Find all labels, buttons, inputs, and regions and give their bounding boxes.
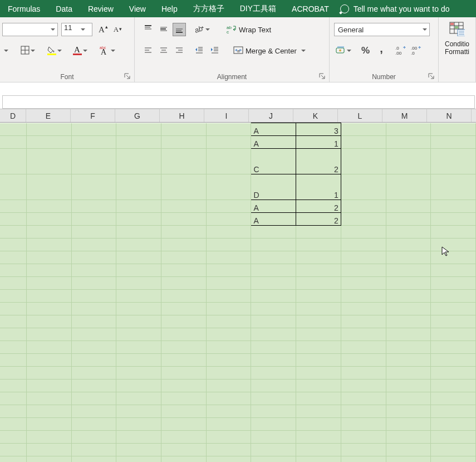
cell[interactable] [0, 444, 26, 456]
cell[interactable] [116, 226, 161, 239]
increase-indent-button[interactable] [208, 44, 222, 57]
cell[interactable] [206, 354, 251, 367]
col-header-e[interactable]: E [26, 109, 71, 122]
cell[interactable] [206, 264, 251, 277]
cell[interactable] [386, 264, 431, 277]
cell[interactable] [431, 456, 476, 463]
cell[interactable] [386, 277, 431, 290]
conditional-formatting-button[interactable]: Conditio Formatti [439, 17, 475, 56]
cell[interactable] [26, 456, 71, 463]
cell[interactable] [296, 226, 341, 239]
tab-review[interactable]: Review [80, 0, 121, 17]
cell[interactable] [116, 264, 161, 277]
font-name-select[interactable] [2, 23, 58, 36]
increase-font-button[interactable]: A▴ [97, 23, 106, 36]
cell[interactable] [161, 380, 207, 392]
cell[interactable] [161, 456, 207, 463]
cell[interactable] [26, 290, 71, 303]
font-color-button[interactable]: A [71, 44, 89, 57]
cell[interactable] [161, 315, 207, 328]
tab-ffgz[interactable]: 方方格子 [185, 0, 232, 17]
cell[interactable] [341, 226, 386, 239]
col-header-l[interactable]: L [338, 109, 382, 122]
cell[interactable] [341, 290, 386, 303]
cell[interactable] [341, 431, 386, 444]
cell[interactable] [71, 315, 116, 328]
cell[interactable] [71, 251, 116, 264]
cell[interactable] [0, 277, 26, 290]
cell[interactable] [296, 328, 341, 341]
cell[interactable] [71, 380, 116, 392]
cell[interactable] [116, 380, 161, 392]
cell[interactable] [251, 367, 296, 380]
cell[interactable] [431, 380, 476, 392]
cell[interactable] [161, 251, 207, 264]
col-header-k[interactable]: K [293, 109, 338, 122]
align-right-button[interactable] [173, 44, 186, 57]
increase-decimal-button[interactable]: .0.00 [394, 44, 408, 57]
cell[interactable] [0, 380, 26, 392]
cell[interactable] [0, 431, 26, 444]
cell[interactable] [251, 315, 296, 328]
cell[interactable] [251, 456, 296, 463]
align-left-button[interactable] [141, 44, 155, 57]
cell[interactable] [206, 367, 251, 380]
cell[interactable] [161, 367, 207, 380]
cell[interactable] [116, 367, 161, 380]
cell[interactable] [26, 328, 71, 341]
cell[interactable] [116, 431, 161, 444]
cell[interactable] [161, 290, 207, 303]
cell[interactable] [0, 392, 26, 405]
cell[interactable] [206, 392, 251, 405]
cell[interactable] [26, 380, 71, 392]
cell[interactable] [386, 239, 431, 251]
cell[interactable] [71, 341, 116, 354]
cell-j[interactable]: A [251, 136, 296, 149]
phonetic-button[interactable]: abcA [98, 44, 117, 57]
cell[interactable] [116, 239, 161, 251]
cell[interactable] [251, 277, 296, 290]
cell[interactable] [71, 405, 116, 418]
col-header-j[interactable]: J [249, 109, 293, 122]
cell[interactable] [296, 239, 341, 251]
align-center-button[interactable] [157, 44, 170, 57]
cell[interactable] [26, 418, 71, 431]
cell[interactable] [71, 226, 116, 239]
cell[interactable] [251, 444, 296, 456]
cell[interactable] [251, 392, 296, 405]
cell[interactable] [161, 392, 207, 405]
col-header-m[interactable]: M [382, 109, 427, 122]
cell[interactable] [251, 380, 296, 392]
cell[interactable] [431, 290, 476, 303]
cell[interactable] [206, 251, 251, 264]
cell[interactable] [251, 328, 296, 341]
cell[interactable] [116, 341, 161, 354]
cell[interactable] [386, 405, 431, 418]
cell[interactable] [161, 418, 207, 431]
cell[interactable] [116, 405, 161, 418]
cell[interactable] [71, 328, 116, 341]
cell[interactable] [0, 239, 26, 251]
cell[interactable] [386, 341, 431, 354]
cell[interactable] [26, 354, 71, 367]
cell-k[interactable]: 2 [296, 213, 341, 226]
cell[interactable] [0, 367, 26, 380]
cell[interactable] [116, 418, 161, 431]
cell[interactable] [161, 226, 207, 239]
cell[interactable] [26, 264, 71, 277]
cell[interactable] [431, 354, 476, 367]
cell-j[interactable]: C [251, 149, 296, 174]
cell[interactable] [206, 380, 251, 392]
cell[interactable] [0, 264, 26, 277]
cell[interactable] [431, 367, 476, 380]
cell[interactable] [296, 444, 341, 456]
cell[interactable] [251, 354, 296, 367]
borders-button[interactable] [19, 44, 37, 57]
col-header-h[interactable]: H [160, 109, 204, 122]
cell[interactable] [296, 405, 341, 418]
cell[interactable] [341, 380, 386, 392]
tab-acrobat[interactable]: ACROBAT [284, 0, 337, 17]
cell[interactable] [26, 303, 71, 315]
comma-button[interactable]: , [378, 44, 385, 57]
cell[interactable] [71, 239, 116, 251]
